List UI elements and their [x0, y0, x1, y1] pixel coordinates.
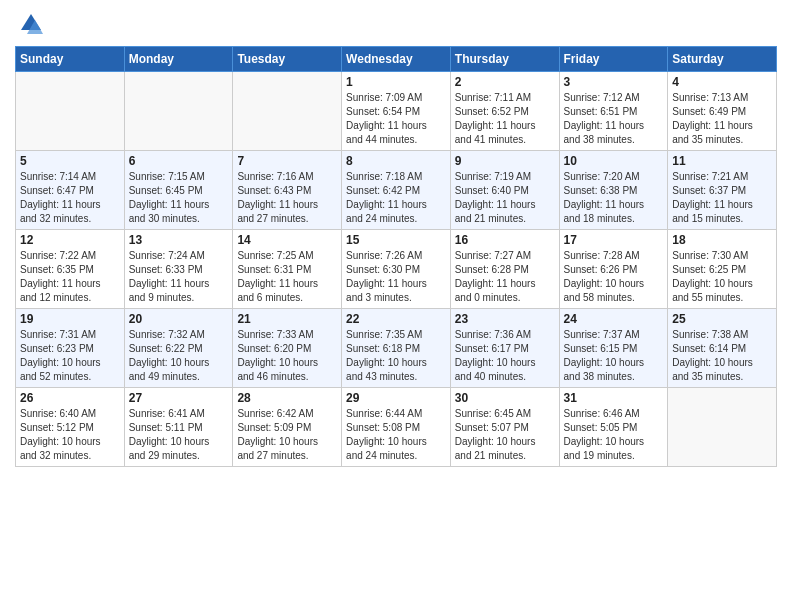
calendar-header-row: SundayMondayTuesdayWednesdayThursdayFrid… — [16, 47, 777, 72]
day-info: Sunrise: 7:35 AMSunset: 6:18 PMDaylight:… — [346, 328, 446, 384]
day-number: 15 — [346, 233, 446, 247]
day-number: 12 — [20, 233, 120, 247]
calendar-cell: 31Sunrise: 6:46 AMSunset: 5:05 PMDayligh… — [559, 388, 668, 467]
day-info: Sunrise: 7:38 AMSunset: 6:14 PMDaylight:… — [672, 328, 772, 384]
day-info: Sunrise: 7:16 AMSunset: 6:43 PMDaylight:… — [237, 170, 337, 226]
day-number: 3 — [564, 75, 664, 89]
day-info: Sunrise: 7:09 AMSunset: 6:54 PMDaylight:… — [346, 91, 446, 147]
calendar-cell — [124, 72, 233, 151]
day-number: 20 — [129, 312, 229, 326]
day-number: 7 — [237, 154, 337, 168]
day-number: 23 — [455, 312, 555, 326]
calendar-cell: 10Sunrise: 7:20 AMSunset: 6:38 PMDayligh… — [559, 151, 668, 230]
day-info: Sunrise: 7:18 AMSunset: 6:42 PMDaylight:… — [346, 170, 446, 226]
calendar-cell: 11Sunrise: 7:21 AMSunset: 6:37 PMDayligh… — [668, 151, 777, 230]
day-info: Sunrise: 6:40 AMSunset: 5:12 PMDaylight:… — [20, 407, 120, 463]
calendar-cell: 20Sunrise: 7:32 AMSunset: 6:22 PMDayligh… — [124, 309, 233, 388]
calendar-cell: 14Sunrise: 7:25 AMSunset: 6:31 PMDayligh… — [233, 230, 342, 309]
calendar-cell: 21Sunrise: 7:33 AMSunset: 6:20 PMDayligh… — [233, 309, 342, 388]
calendar-cell: 26Sunrise: 6:40 AMSunset: 5:12 PMDayligh… — [16, 388, 125, 467]
calendar-header-sunday: Sunday — [16, 47, 125, 72]
header — [15, 10, 777, 38]
day-number: 11 — [672, 154, 772, 168]
day-info: Sunrise: 7:26 AMSunset: 6:30 PMDaylight:… — [346, 249, 446, 305]
calendar-cell: 27Sunrise: 6:41 AMSunset: 5:11 PMDayligh… — [124, 388, 233, 467]
calendar-header-saturday: Saturday — [668, 47, 777, 72]
day-number: 10 — [564, 154, 664, 168]
day-number: 1 — [346, 75, 446, 89]
day-info: Sunrise: 7:19 AMSunset: 6:40 PMDaylight:… — [455, 170, 555, 226]
calendar-cell: 7Sunrise: 7:16 AMSunset: 6:43 PMDaylight… — [233, 151, 342, 230]
day-info: Sunrise: 7:12 AMSunset: 6:51 PMDaylight:… — [564, 91, 664, 147]
calendar-cell: 30Sunrise: 6:45 AMSunset: 5:07 PMDayligh… — [450, 388, 559, 467]
day-number: 13 — [129, 233, 229, 247]
day-info: Sunrise: 7:25 AMSunset: 6:31 PMDaylight:… — [237, 249, 337, 305]
calendar-cell: 12Sunrise: 7:22 AMSunset: 6:35 PMDayligh… — [16, 230, 125, 309]
day-info: Sunrise: 7:36 AMSunset: 6:17 PMDaylight:… — [455, 328, 555, 384]
day-number: 16 — [455, 233, 555, 247]
day-info: Sunrise: 7:37 AMSunset: 6:15 PMDaylight:… — [564, 328, 664, 384]
day-info: Sunrise: 6:44 AMSunset: 5:08 PMDaylight:… — [346, 407, 446, 463]
calendar-week-2: 5Sunrise: 7:14 AMSunset: 6:47 PMDaylight… — [16, 151, 777, 230]
logo — [15, 10, 45, 38]
calendar-cell: 16Sunrise: 7:27 AMSunset: 6:28 PMDayligh… — [450, 230, 559, 309]
day-number: 18 — [672, 233, 772, 247]
day-number: 4 — [672, 75, 772, 89]
day-number: 27 — [129, 391, 229, 405]
day-number: 29 — [346, 391, 446, 405]
day-number: 19 — [20, 312, 120, 326]
calendar-cell — [233, 72, 342, 151]
day-info: Sunrise: 7:30 AMSunset: 6:25 PMDaylight:… — [672, 249, 772, 305]
calendar-cell: 19Sunrise: 7:31 AMSunset: 6:23 PMDayligh… — [16, 309, 125, 388]
day-number: 24 — [564, 312, 664, 326]
calendar-cell: 18Sunrise: 7:30 AMSunset: 6:25 PMDayligh… — [668, 230, 777, 309]
day-info: Sunrise: 7:22 AMSunset: 6:35 PMDaylight:… — [20, 249, 120, 305]
calendar-week-5: 26Sunrise: 6:40 AMSunset: 5:12 PMDayligh… — [16, 388, 777, 467]
day-number: 25 — [672, 312, 772, 326]
day-number: 5 — [20, 154, 120, 168]
day-info: Sunrise: 7:33 AMSunset: 6:20 PMDaylight:… — [237, 328, 337, 384]
day-number: 30 — [455, 391, 555, 405]
calendar-cell: 1Sunrise: 7:09 AMSunset: 6:54 PMDaylight… — [342, 72, 451, 151]
calendar-cell: 22Sunrise: 7:35 AMSunset: 6:18 PMDayligh… — [342, 309, 451, 388]
day-info: Sunrise: 7:31 AMSunset: 6:23 PMDaylight:… — [20, 328, 120, 384]
calendar-cell: 8Sunrise: 7:18 AMSunset: 6:42 PMDaylight… — [342, 151, 451, 230]
day-info: Sunrise: 6:41 AMSunset: 5:11 PMDaylight:… — [129, 407, 229, 463]
calendar-cell: 29Sunrise: 6:44 AMSunset: 5:08 PMDayligh… — [342, 388, 451, 467]
day-number: 6 — [129, 154, 229, 168]
day-info: Sunrise: 6:46 AMSunset: 5:05 PMDaylight:… — [564, 407, 664, 463]
day-info: Sunrise: 7:13 AMSunset: 6:49 PMDaylight:… — [672, 91, 772, 147]
calendar-cell: 25Sunrise: 7:38 AMSunset: 6:14 PMDayligh… — [668, 309, 777, 388]
calendar-cell — [16, 72, 125, 151]
day-number: 2 — [455, 75, 555, 89]
calendar-cell: 28Sunrise: 6:42 AMSunset: 5:09 PMDayligh… — [233, 388, 342, 467]
calendar-cell — [668, 388, 777, 467]
calendar-header-friday: Friday — [559, 47, 668, 72]
day-info: Sunrise: 7:15 AMSunset: 6:45 PMDaylight:… — [129, 170, 229, 226]
day-number: 28 — [237, 391, 337, 405]
day-info: Sunrise: 7:14 AMSunset: 6:47 PMDaylight:… — [20, 170, 120, 226]
calendar-header-tuesday: Tuesday — [233, 47, 342, 72]
calendar-cell: 6Sunrise: 7:15 AMSunset: 6:45 PMDaylight… — [124, 151, 233, 230]
day-number: 8 — [346, 154, 446, 168]
day-info: Sunrise: 7:21 AMSunset: 6:37 PMDaylight:… — [672, 170, 772, 226]
day-number: 31 — [564, 391, 664, 405]
day-number: 9 — [455, 154, 555, 168]
day-info: Sunrise: 7:27 AMSunset: 6:28 PMDaylight:… — [455, 249, 555, 305]
logo-icon — [17, 10, 45, 38]
day-number: 21 — [237, 312, 337, 326]
calendar-cell: 5Sunrise: 7:14 AMSunset: 6:47 PMDaylight… — [16, 151, 125, 230]
day-info: Sunrise: 6:42 AMSunset: 5:09 PMDaylight:… — [237, 407, 337, 463]
calendar-cell: 13Sunrise: 7:24 AMSunset: 6:33 PMDayligh… — [124, 230, 233, 309]
calendar-week-4: 19Sunrise: 7:31 AMSunset: 6:23 PMDayligh… — [16, 309, 777, 388]
calendar-cell: 24Sunrise: 7:37 AMSunset: 6:15 PMDayligh… — [559, 309, 668, 388]
day-info: Sunrise: 7:24 AMSunset: 6:33 PMDaylight:… — [129, 249, 229, 305]
calendar-cell: 23Sunrise: 7:36 AMSunset: 6:17 PMDayligh… — [450, 309, 559, 388]
calendar-table: SundayMondayTuesdayWednesdayThursdayFrid… — [15, 46, 777, 467]
day-info: Sunrise: 7:20 AMSunset: 6:38 PMDaylight:… — [564, 170, 664, 226]
day-info: Sunrise: 7:32 AMSunset: 6:22 PMDaylight:… — [129, 328, 229, 384]
calendar-week-1: 1Sunrise: 7:09 AMSunset: 6:54 PMDaylight… — [16, 72, 777, 151]
calendar-header-wednesday: Wednesday — [342, 47, 451, 72]
day-number: 14 — [237, 233, 337, 247]
calendar-week-3: 12Sunrise: 7:22 AMSunset: 6:35 PMDayligh… — [16, 230, 777, 309]
